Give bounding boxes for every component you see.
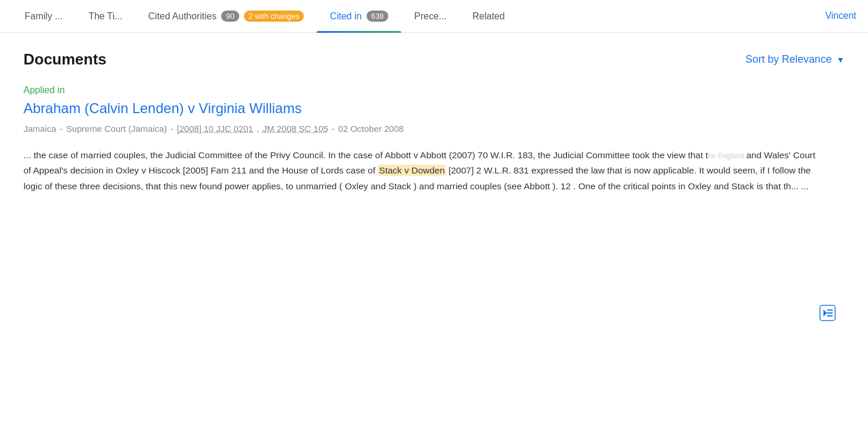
documents-header: Documents Sort by Relevance ▼: [23, 50, 845, 69]
case-excerpt: ... the case of married couples, the Jud…: [23, 148, 819, 194]
excerpt-highlight: Stack v Dowden: [378, 165, 446, 176]
applied-label: Applied in: [23, 85, 845, 96]
case-jurisdiction: Jamaica: [23, 124, 56, 134]
case-title-link[interactable]: Abraham (Calvin Lenden) v Virginia Willi…: [23, 100, 845, 117]
main-content: Documents Sort by Relevance ▼ Applied in…: [0, 33, 868, 243]
case-separator-2: -: [171, 124, 174, 134]
case-citation1[interactable]: [2008] 10 JJC 0201: [177, 124, 253, 134]
documents-title: Documents: [23, 50, 107, 69]
tab-related[interactable]: Related: [460, 0, 518, 32]
chevron-down-icon: ▼: [836, 55, 845, 64]
tab-cited-authorities-label: Cited Authorities: [148, 11, 217, 22]
tab-family[interactable]: Family ...: [12, 0, 76, 32]
tab-prece[interactable]: Prece...: [401, 0, 459, 32]
tab-cited-authorities[interactable]: Cited Authorities 90 2 with changes: [135, 0, 317, 32]
case-citation2[interactable]: JM 2008 SC 105: [263, 124, 328, 134]
document-entry: Applied in Abraham (Calvin Lenden) v Vir…: [23, 85, 845, 226]
tab-cited-in[interactable]: Cited in 638: [317, 0, 401, 32]
case-court: Supreme Court (Jamaica): [66, 124, 167, 134]
tab-related-label: Related: [473, 11, 505, 22]
case-excerpt-wrapper: ... the case of married couples, the Jud…: [23, 148, 845, 243]
case-separator-3: -: [332, 124, 335, 134]
cited-in-badge: 638: [367, 11, 389, 22]
excerpt-before: ... the case of married couples, the Jud…: [23, 150, 708, 160]
cited-authorities-badge: 90: [221, 11, 239, 22]
case-separator-1: -: [60, 124, 63, 134]
tab-bar: Family ... The Ti... Cited Authorities 9…: [0, 0, 868, 33]
user-menu[interactable]: Vincent: [812, 0, 856, 32]
case-comma: ,: [257, 124, 259, 134]
sort-by-button[interactable]: Sort by Relevance ▼: [745, 53, 845, 66]
case-date: 02 October 2008: [338, 124, 404, 134]
excerpt-hidden: he England: [708, 152, 744, 160]
sort-by-label: Sort by Relevance: [745, 53, 832, 66]
case-meta: Jamaica - Supreme Court (Jamaica) - [200…: [23, 124, 845, 134]
tab-family-label: Family ...: [25, 11, 63, 22]
cited-authorities-badge2: 2 with changes: [244, 11, 304, 22]
tab-prece-label: Prece...: [414, 11, 446, 22]
tab-cited-in-label: Cited in: [330, 11, 361, 22]
tab-theti[interactable]: The Ti...: [76, 0, 135, 32]
tab-theti-label: The Ti...: [89, 11, 123, 22]
user-name: Vincent: [825, 11, 856, 21]
